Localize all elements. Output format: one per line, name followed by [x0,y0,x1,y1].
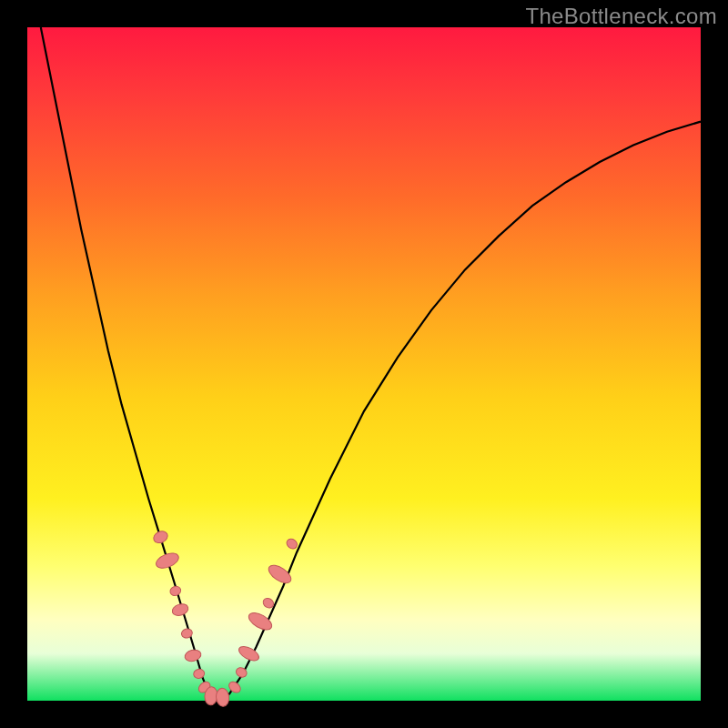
bottleneck-curve [41,27,701,701]
bead [246,610,274,633]
curve-beads [152,529,299,706]
bead [168,585,182,598]
bead [184,648,202,662]
bead [152,529,169,544]
chart-frame: TheBottleneck.com [0,0,728,728]
bead [154,551,180,571]
curve-layer [27,27,701,701]
bead [171,602,190,618]
bead [216,688,230,707]
bead [266,561,294,586]
plot-area [27,27,701,701]
bead [285,537,299,551]
watermark-text: TheBottleneck.com [525,4,717,29]
